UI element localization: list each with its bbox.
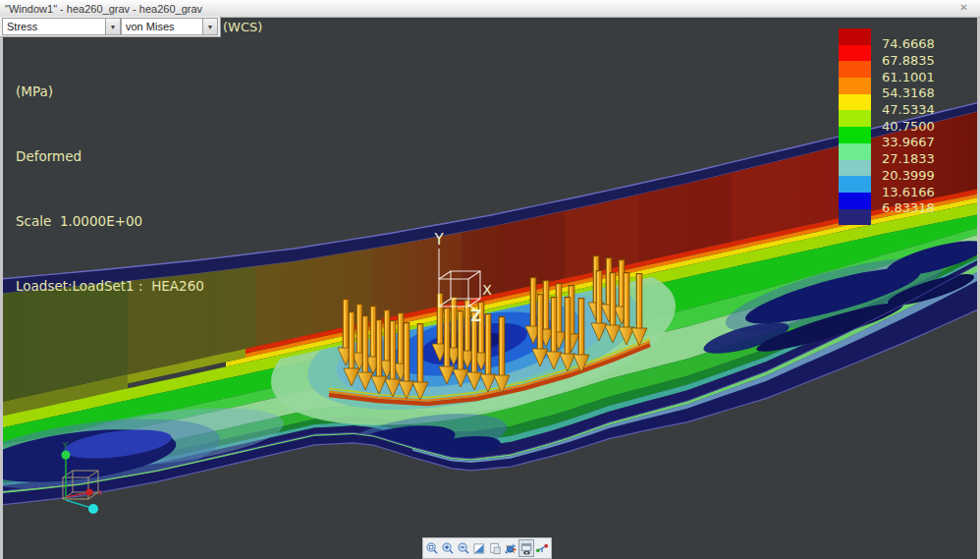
wcs-label: (WCS) bbox=[223, 20, 262, 34]
view-toolbar bbox=[422, 537, 552, 559]
legend-band bbox=[839, 160, 871, 177]
axis-label: Y bbox=[62, 442, 68, 451]
display-options-icon bbox=[519, 541, 533, 556]
chevron-down-icon[interactable]: ▼ bbox=[202, 19, 217, 34]
spin-center-icon bbox=[504, 541, 517, 556]
z-axis-ball bbox=[88, 504, 98, 514]
legend-band bbox=[839, 61, 871, 78]
window-titlebar[interactable]: "Window1" - hea260_grav - hea260_grav ✕ bbox=[0, 0, 980, 18]
y-axis-ball bbox=[62, 451, 71, 460]
legend-band bbox=[839, 28, 871, 45]
zoom-window-icon bbox=[425, 541, 439, 556]
legend-band bbox=[839, 45, 871, 62]
legend-label: 74.6668 bbox=[882, 36, 958, 51]
chevron-down-icon[interactable]: ▼ bbox=[105, 19, 120, 34]
exploded-view-icon bbox=[535, 541, 549, 556]
window-title: "Window1" - hea260_grav - hea260_grav bbox=[0, 3, 202, 15]
legend-label: 61.1001 bbox=[882, 70, 958, 84]
legend-band bbox=[839, 127, 871, 143]
result-annotations: (MPa) Deformed Scale 1.0000E+00 Loadset:… bbox=[16, 37, 204, 340]
axis-label: x bbox=[97, 488, 102, 497]
legend-label: 20.3999 bbox=[882, 168, 958, 183]
scale-label: Scale 1.0000E+00 bbox=[16, 210, 204, 232]
units-label: (MPa) bbox=[16, 81, 204, 102]
component-value: von Mises bbox=[122, 21, 202, 32]
spin-center-button[interactable] bbox=[503, 539, 518, 557]
refit-button[interactable] bbox=[471, 539, 487, 557]
legend-label: 13.6166 bbox=[882, 185, 958, 199]
legend-color-bar bbox=[839, 28, 871, 225]
zoom-in-button[interactable] bbox=[440, 539, 456, 557]
legend-band bbox=[839, 176, 871, 193]
repaint-icon bbox=[488, 541, 502, 556]
result-type-value: Stress bbox=[3, 21, 105, 32]
axis-label: Y bbox=[433, 231, 444, 249]
legend-label: 33.9667 bbox=[882, 135, 958, 149]
zoom-out-button[interactable] bbox=[456, 539, 471, 557]
close-icon[interactable]: ✕ bbox=[957, 2, 970, 14]
x-axis-ball bbox=[86, 489, 93, 496]
legend-label: 67.8835 bbox=[882, 53, 958, 68]
axis-label: Z bbox=[471, 307, 482, 325]
legend-label: 27.1833 bbox=[882, 151, 958, 166]
zoom-out-icon bbox=[457, 541, 470, 556]
legend-label: 54.3168 bbox=[882, 85, 958, 100]
legend-label: 6.83318 bbox=[882, 200, 958, 215]
legend-band bbox=[839, 94, 871, 111]
legend-label: 47.5334 bbox=[882, 102, 958, 117]
display-options-button[interactable] bbox=[518, 539, 534, 557]
component-select[interactable]: von Mises ▼ bbox=[121, 18, 218, 35]
refit-icon bbox=[472, 541, 486, 556]
legend-band bbox=[839, 110, 871, 127]
loadset-label: Loadset:LoadSet1 : HEA260 bbox=[16, 275, 204, 297]
repaint-button[interactable] bbox=[487, 539, 503, 557]
deformed-label: Deformed bbox=[16, 145, 204, 167]
legend-band bbox=[839, 193, 871, 209]
exploded-view-button[interactable] bbox=[534, 539, 550, 557]
zoom-window-button[interactable] bbox=[424, 539, 440, 557]
legend-band bbox=[839, 78, 871, 94]
zoom-in-icon bbox=[441, 541, 455, 556]
window-border-left bbox=[0, 17, 3, 559]
result-type-select[interactable]: Stress ▼ bbox=[2, 18, 121, 35]
result-toolbar: Stress ▼ von Mises ▼ bbox=[0, 17, 221, 37]
axis-label: X bbox=[482, 282, 492, 298]
legend-label: 40.7500 bbox=[882, 119, 958, 134]
legend-band bbox=[839, 209, 871, 226]
legend-band bbox=[839, 143, 871, 160]
result-window: YXZYx "Window1" - hea260_grav - hea260_g… bbox=[0, 0, 980, 559]
